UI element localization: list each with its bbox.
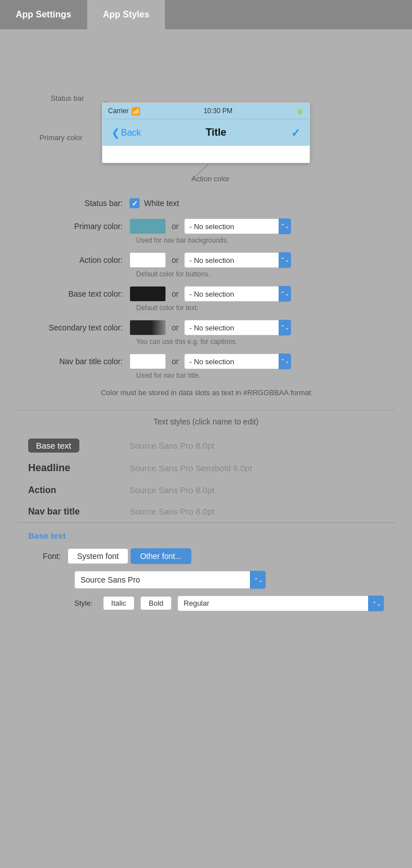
primary-color-swatch[interactable]: [129, 218, 166, 234]
headline-name: Headline: [28, 462, 129, 474]
secondary-text-color-row: Secondary text color: or - No selection: [17, 320, 395, 335]
secondary-text-color-section: Secondary text color: or - No selection …: [17, 320, 395, 346]
base-text-editor: Base text Font: System font Other font..…: [17, 522, 395, 617]
nav-bar-title-color-row: Nav bar title color: or - No selection: [17, 354, 395, 369]
label-status-bar: Status bar: [51, 94, 84, 102]
battery-icon: 🔋: [296, 108, 304, 115]
font-select[interactable]: Source Sans Pro: [74, 571, 266, 589]
headline-desc: Source Sans Pro Semibold 9.0pt: [129, 463, 252, 473]
primary-color-select[interactable]: - No selection: [184, 218, 291, 234]
base-text-color-swatch[interactable]: [129, 286, 166, 302]
action-color-hint: Default color for buttons.: [136, 270, 395, 278]
base-text-color-or: or: [172, 289, 178, 298]
text-style-row-base-text[interactable]: Base text Source Sans Pro 8.0pt: [17, 435, 395, 457]
base-text-color-section: Base text color: or - No selection Defau…: [17, 286, 395, 312]
other-font-button[interactable]: Other font...: [131, 548, 191, 564]
tab-bar: App Settings App Styles: [0, 0, 412, 29]
nav-bar-title-color-swatch[interactable]: [129, 354, 166, 369]
secondary-text-color-swatch[interactable]: [129, 320, 166, 335]
nav-bar-title-color-select[interactable]: - No selection: [184, 354, 291, 369]
primary-color-hint: Used for nav bar backgrounds.: [136, 236, 395, 244]
phone-mockup: Carrier 📶 10:30 PM 🔋 ❮ Back Title ✓: [102, 102, 310, 163]
action-color-row: Action color: or - No selection: [17, 252, 395, 268]
phone-nav-bar: ❮ Back Title ✓: [102, 119, 310, 146]
secondary-text-color-or: or: [172, 323, 178, 332]
base-text-color-select[interactable]: - No selection: [184, 286, 291, 302]
base-text-color-select-wrapper: - No selection: [184, 286, 291, 302]
phone-action-button: ✓: [291, 126, 301, 140]
action-color-swatch[interactable]: [129, 252, 166, 268]
phone-preview-container: Status bar Primary color Action color Ca…: [17, 41, 395, 198]
style-select-wrapper: Regular: [177, 596, 384, 611]
text-style-row-nav-bar-title[interactable]: Nav bar title Source Sans Pro 8.0pt: [17, 501, 395, 522]
font-select-row: Source Sans Pro: [74, 571, 384, 589]
nav-bar-title-color-or: or: [172, 357, 178, 366]
wifi-icon: 📶: [131, 107, 140, 115]
primary-color-section: Primary color: or - No selection Used fo…: [17, 218, 395, 244]
secondary-text-color-hint: You can use this e.g. for captions.: [136, 338, 395, 346]
system-font-button[interactable]: System font: [68, 548, 128, 564]
primary-color-label: Primary color:: [17, 222, 129, 231]
status-bar-row: Status bar: White text: [17, 198, 395, 208]
text-styles-divider: [17, 410, 395, 410]
label-action-color: Action color: [191, 175, 230, 183]
nav-bar-title-color-hint: Used for nav bar title.: [136, 372, 395, 379]
base-text-color-row: Base text color: or - No selection: [17, 286, 395, 302]
font-label: Font:: [28, 552, 68, 561]
nav-bar-title-color-section: Nav bar title color: or - No selection U…: [17, 354, 395, 379]
style-select[interactable]: Regular: [177, 596, 384, 611]
secondary-text-color-label: Secondary text color:: [17, 323, 129, 332]
phone-status-bar: Carrier 📶 10:30 PM 🔋: [102, 103, 310, 119]
base-text-editor-title: Base text: [28, 531, 384, 540]
action-color-select[interactable]: - No selection: [184, 252, 291, 268]
primary-color-select-wrapper: - No selection: [184, 218, 291, 234]
base-text-desc: Source Sans Pro 8.0pt: [129, 441, 214, 450]
color-format-note: Color must be stored in data slots as te…: [34, 387, 378, 399]
base-text-color-hint: Default color for text.: [136, 304, 395, 312]
tab-app-settings[interactable]: App Settings: [0, 0, 87, 29]
chevron-left-icon: ❮: [111, 127, 120, 139]
nav-bar-title-color-select-wrapper: - No selection: [184, 354, 291, 369]
main-content: Status bar Primary color Action color Ca…: [0, 29, 412, 639]
phone-back-button: ❮ Back: [111, 127, 141, 139]
status-bar-checkbox-label: White text: [144, 199, 179, 208]
font-row: Font: System font Other font...: [28, 548, 384, 564]
italic-button[interactable]: Italic: [103, 596, 135, 610]
text-style-row-headline[interactable]: Headline Source Sans Pro Semibold 9.0pt: [17, 457, 395, 480]
label-primary-color: Primary color: [39, 133, 83, 142]
action-name: Action: [28, 485, 129, 495]
tab-app-styles[interactable]: App Styles: [87, 0, 165, 29]
phone-status-left: Carrier 📶: [108, 107, 140, 115]
nav-bar-title-desc: Source Sans Pro 8.0pt: [129, 507, 214, 516]
bold-button[interactable]: Bold: [140, 596, 172, 610]
secondary-text-color-select[interactable]: - No selection: [184, 320, 291, 335]
action-color-select-wrapper: - No selection: [184, 252, 291, 268]
action-color-or: or: [172, 256, 178, 265]
base-text-badge: Base text: [28, 439, 79, 453]
font-select-wrapper: Source Sans Pro: [74, 571, 266, 589]
base-text-name: Base text: [28, 441, 129, 451]
action-color-label: Action color:: [17, 256, 129, 265]
secondary-text-color-select-wrapper: - No selection: [184, 320, 291, 335]
phone-body: [102, 146, 310, 163]
nav-bar-title-color-label: Nav bar title color:: [17, 357, 129, 366]
phone-title: Title: [205, 127, 226, 138]
style-row: Style: Italic Bold Regular: [74, 596, 384, 611]
text-style-row-action[interactable]: Action Source Sans Pro 8.0pt: [17, 480, 395, 501]
style-label: Style:: [74, 599, 93, 607]
nav-bar-title-name: Nav bar title: [28, 507, 129, 517]
primary-color-or: or: [172, 222, 178, 231]
status-bar-checkbox[interactable]: [129, 198, 140, 208]
primary-color-row: Primary color: or - No selection: [17, 218, 395, 234]
base-text-color-label: Base text color:: [17, 289, 129, 298]
status-bar-label: Status bar:: [17, 199, 129, 208]
action-desc: Source Sans Pro 8.0pt: [129, 485, 214, 495]
text-styles-title: Text styles (click name to edit): [17, 417, 395, 426]
action-color-section: Action color: or - No selection Default …: [17, 252, 395, 278]
